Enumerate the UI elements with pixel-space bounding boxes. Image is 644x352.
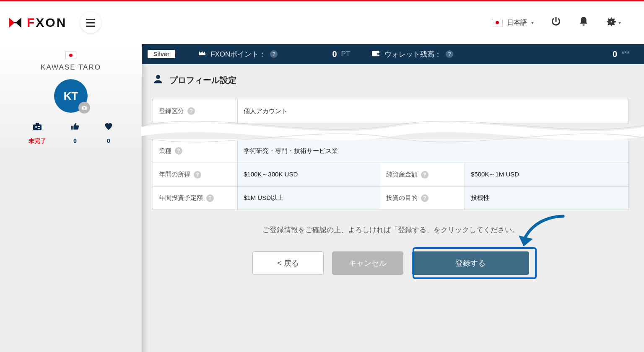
row-income-networth: 年間の所得 ? $100K～300K USD 純資産金額 ? $500K～1M … bbox=[153, 163, 628, 186]
gear-icon bbox=[606, 16, 617, 29]
row-investplan-purpose: 年間投資予定額 ? $1M USD以上 投資の目的 ? 投機性 bbox=[153, 186, 628, 210]
label-invest-plan: 年間投資予定額 ? bbox=[153, 186, 238, 210]
actions-bar: < 戻る キャンセル 登録する bbox=[153, 243, 629, 287]
wallet-value-group: 0 *** bbox=[613, 49, 644, 59]
wallet-value: 0 bbox=[613, 49, 617, 59]
help-icon[interactable]: ? bbox=[270, 50, 278, 58]
svg-rect-2 bbox=[36, 123, 39, 125]
hamburger-icon bbox=[86, 19, 95, 27]
stat-favs-value: 0 bbox=[107, 137, 110, 144]
points-group: FXONポイント： ? bbox=[198, 49, 278, 59]
stat-likes-value: 0 bbox=[73, 137, 77, 144]
heart-icon bbox=[104, 122, 113, 133]
svg-rect-4 bbox=[38, 126, 40, 127]
header-left: FXON bbox=[8, 12, 101, 33]
camera-icon[interactable] bbox=[78, 102, 90, 114]
help-icon[interactable]: ? bbox=[175, 147, 182, 155]
svg-rect-7 bbox=[377, 53, 380, 55]
wallet-masked: *** bbox=[621, 50, 630, 58]
bell-icon[interactable] bbox=[578, 16, 589, 30]
content: プロフィール設定 登録区分 ? 個人アカウント bbox=[142, 64, 644, 287]
body-area: KAWASE TARO KT 未完了 0 bbox=[0, 44, 644, 352]
avatar[interactable]: KT bbox=[54, 79, 88, 113]
status-topbar: Silver FXONポイント： ? 0 PT ウォレット残高： ? bbox=[142, 44, 644, 64]
logo-text: FXON bbox=[27, 16, 67, 30]
label-net-worth: 純資産金額 ? bbox=[380, 163, 465, 186]
points-value-group: 0 PT bbox=[332, 49, 350, 59]
value-annual-income: $100K～300K USD bbox=[238, 163, 380, 186]
user-icon bbox=[153, 73, 164, 87]
stat-incomplete-label: 未完了 bbox=[29, 137, 46, 145]
content-omitted-wave bbox=[153, 123, 629, 140]
stat-favorites[interactable]: 0 bbox=[104, 122, 113, 145]
language-switcher[interactable]: 日本語 ▾ bbox=[492, 18, 534, 27]
points-unit: PT bbox=[341, 50, 351, 58]
wallet-icon bbox=[371, 49, 380, 59]
wallet-label: ウォレット残高： bbox=[384, 49, 441, 59]
confirm-note: ご登録情報をご確認の上、よろしければ「登録する」をクリックしてください。 bbox=[153, 225, 629, 235]
power-icon[interactable] bbox=[551, 16, 561, 30]
card-financial-info: 業種 ? 学術研究・専門・技術サービス業 年間の所得 ? $100K～300K … bbox=[153, 139, 629, 210]
help-icon[interactable]: ? bbox=[421, 194, 428, 202]
sidebar-stats: 未完了 0 0 bbox=[0, 122, 142, 145]
help-icon[interactable]: ? bbox=[421, 171, 428, 179]
header-right: 日本語 ▾ ▾ bbox=[492, 16, 621, 30]
svg-rect-5 bbox=[38, 128, 40, 129]
help-icon[interactable]: ? bbox=[194, 171, 201, 179]
user-flag-icon bbox=[65, 52, 76, 59]
main: Silver FXONポイント： ? 0 PT ウォレット残高： ? bbox=[142, 44, 644, 352]
stat-profile-status[interactable]: 未完了 bbox=[29, 122, 46, 145]
svg-point-9 bbox=[156, 75, 160, 79]
svg-rect-1 bbox=[33, 124, 42, 130]
svg-point-0 bbox=[14, 22, 16, 23]
menu-button[interactable] bbox=[80, 12, 101, 33]
help-icon[interactable]: ? bbox=[446, 50, 453, 58]
chevron-down-icon: ▾ bbox=[618, 20, 621, 26]
back-button[interactable]: < 戻る bbox=[252, 251, 324, 275]
submit-highlight-box bbox=[413, 247, 537, 279]
chevron-down-icon: ▾ bbox=[531, 20, 534, 26]
wallet-group: ウォレット残高： ? bbox=[371, 49, 453, 59]
crown-icon bbox=[198, 49, 206, 59]
page-title: プロフィール設定 bbox=[169, 75, 236, 86]
points-value: 0 bbox=[332, 49, 337, 59]
value-invest-purpose: 投機性 bbox=[465, 186, 628, 210]
user-name: KAWASE TARO bbox=[0, 63, 142, 72]
logo[interactable]: FXON bbox=[8, 15, 67, 30]
page-title-row: プロフィール設定 bbox=[153, 73, 629, 87]
value-net-worth: $500K～1M USD bbox=[465, 163, 628, 186]
points-label: FXONポイント： bbox=[210, 49, 266, 59]
flag-jp-icon bbox=[492, 19, 503, 26]
label-annual-income: 年間の所得 ? bbox=[153, 163, 238, 186]
tier-badge: Silver bbox=[148, 50, 175, 58]
value-invest-plan: $1M USD以上 bbox=[238, 186, 380, 210]
thumbs-up-icon bbox=[70, 122, 80, 133]
stat-likes[interactable]: 0 bbox=[70, 122, 80, 145]
svg-point-3 bbox=[35, 126, 37, 128]
help-icon[interactable]: ? bbox=[187, 107, 195, 115]
logo-mark-icon bbox=[8, 15, 23, 30]
label-invest-purpose: 投資の目的 ? bbox=[380, 186, 465, 210]
header: FXON 日本語 ▾ ▾ bbox=[0, 1, 644, 44]
sidebar: KAWASE TARO KT 未完了 0 bbox=[0, 44, 142, 352]
language-label: 日本語 bbox=[507, 18, 527, 27]
settings-button[interactable]: ▾ bbox=[606, 16, 621, 29]
svg-point-8 bbox=[377, 53, 378, 54]
help-icon[interactable]: ? bbox=[206, 194, 214, 202]
cancel-button[interactable]: キャンセル bbox=[332, 251, 403, 275]
id-card-icon bbox=[32, 122, 42, 133]
